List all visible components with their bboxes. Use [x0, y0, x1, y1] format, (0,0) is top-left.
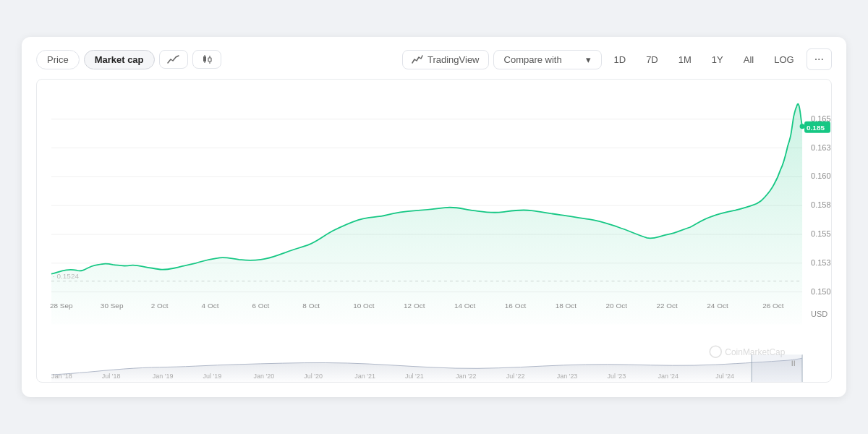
compare-with-button[interactable]: Compare with ▾: [493, 50, 602, 69]
period-1m-button[interactable]: 1M: [671, 50, 699, 69]
svg-text:Jan '24: Jan '24: [658, 373, 678, 380]
svg-text:⏸: ⏸: [789, 359, 797, 367]
chart-container: 0.165 0.163 0.160 0.158 0.155 0.153 0.15…: [36, 79, 832, 383]
more-options-button[interactable]: ···: [807, 48, 832, 70]
svg-text:Jul '20: Jul '20: [304, 373, 323, 380]
trading-view-icon: [412, 54, 423, 64]
svg-text:0.160: 0.160: [811, 171, 830, 180]
svg-text:0.150: 0.150: [811, 287, 830, 296]
price-tab[interactable]: Price: [36, 50, 80, 69]
trading-view-button[interactable]: TradingView: [402, 50, 489, 69]
market-cap-tab[interactable]: Market cap: [84, 50, 155, 69]
svg-text:0.185: 0.185: [807, 124, 825, 132]
toolbar: Price Market cap: [36, 48, 832, 70]
svg-text:Jul '24: Jul '24: [715, 373, 734, 380]
svg-rect-0: [203, 56, 206, 61]
svg-text:20 Oct: 20 Oct: [606, 302, 628, 310]
svg-text:USD: USD: [811, 310, 827, 318]
svg-text:16 Oct: 16 Oct: [505, 302, 527, 310]
chart-card: Price Market cap: [22, 37, 846, 397]
svg-point-60: [800, 124, 805, 129]
svg-text:26 Oct: 26 Oct: [762, 302, 784, 310]
svg-text:4 Oct: 4 Oct: [202, 302, 219, 310]
svg-text:0.163: 0.163: [811, 143, 830, 152]
svg-text:24 Oct: 24 Oct: [707, 302, 728, 310]
svg-text:2 Oct: 2 Oct: [151, 302, 169, 310]
candle-icon-btn[interactable]: [192, 50, 221, 69]
svg-text:Jan '22: Jan '22: [456, 373, 477, 380]
svg-text:8 Oct: 8 Oct: [302, 302, 320, 310]
line-chart-icon-btn[interactable]: [159, 50, 188, 69]
compare-label: Compare with: [504, 54, 562, 65]
line-chart-icon: [167, 54, 180, 64]
svg-text:· 0.1524: · 0.1524: [53, 272, 79, 280]
chevron-down-icon: ▾: [586, 54, 591, 65]
main-chart-svg: 0.165 0.163 0.160 0.158 0.155 0.153 0.15…: [37, 80, 831, 382]
svg-text:Jul '19: Jul '19: [203, 373, 222, 380]
svg-rect-3: [208, 58, 211, 61]
svg-text:Jul '23: Jul '23: [608, 373, 626, 380]
svg-text:Jan '18: Jan '18: [51, 373, 72, 380]
svg-text:Jan '19: Jan '19: [153, 373, 174, 380]
period-7d-button[interactable]: 7D: [638, 50, 666, 69]
svg-text:Jul '18: Jul '18: [102, 373, 121, 380]
svg-text:30 Sep: 30 Sep: [101, 302, 124, 310]
svg-text:12 Oct: 12 Oct: [404, 302, 425, 310]
svg-text:Jul '22: Jul '22: [506, 373, 525, 380]
trading-view-label: TradingView: [427, 54, 480, 65]
svg-text:Jan '20: Jan '20: [253, 373, 274, 380]
svg-text:Jan '21: Jan '21: [354, 373, 375, 380]
candle-chart-icon: [200, 54, 213, 64]
svg-point-38: [710, 346, 721, 357]
period-log-button[interactable]: LOG: [766, 50, 801, 69]
svg-text:Jul '21: Jul '21: [405, 373, 424, 380]
toolbar-left: Price Market cap: [36, 50, 221, 69]
svg-text:6 Oct: 6 Oct: [252, 302, 269, 310]
toolbar-right: TradingView Compare with ▾ 1D 7D 1M 1Y A…: [402, 48, 832, 70]
period-1y-button[interactable]: 1Y: [704, 50, 731, 69]
svg-text:0.155: 0.155: [811, 229, 830, 238]
svg-text:18 Oct: 18 Oct: [556, 302, 577, 310]
svg-text:14 Oct: 14 Oct: [454, 302, 476, 310]
svg-text:28 Sep: 28 Sep: [50, 302, 73, 310]
svg-text:0.153: 0.153: [811, 258, 830, 267]
svg-text:10 Oct: 10 Oct: [353, 302, 375, 310]
period-all-button[interactable]: All: [736, 50, 762, 69]
svg-text:0.158: 0.158: [811, 200, 830, 209]
period-1d-button[interactable]: 1D: [606, 50, 634, 69]
svg-text:22 Oct: 22 Oct: [656, 302, 678, 310]
svg-text:Jan '23: Jan '23: [557, 373, 578, 380]
